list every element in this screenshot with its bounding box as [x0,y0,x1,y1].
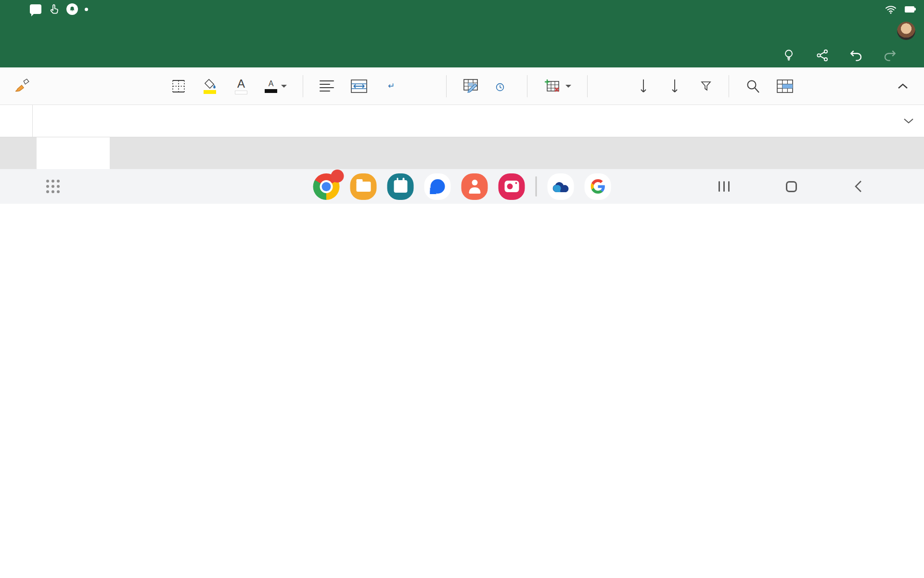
toolbar-separator [729,75,729,97]
ribbon-tab-bar [0,43,924,67]
number-format-button[interactable] [496,75,511,98]
italic-button[interactable] [77,75,92,98]
camera-app-icon[interactable] [499,173,525,200]
highlight-color-swatch [235,91,247,94]
touch-mode-icon [48,3,60,15]
chrome-badge [331,170,344,183]
fx-label [0,105,33,137]
font-color-button[interactable]: A [265,75,287,98]
ribbon-actions [781,43,924,67]
autosum-button[interactable] [603,75,619,98]
underline-button[interactable] [108,75,124,98]
status-right [885,4,914,14]
toolbar-separator [303,75,303,97]
format-painter-button[interactable] [13,75,30,98]
message-alert-icon [30,4,41,14]
borders-button[interactable] [171,75,186,98]
insert-delete-cells-button[interactable] [543,75,571,98]
toolbar-separator [587,75,588,97]
freeze-panes-button[interactable] [776,75,794,98]
app-title-bar [0,18,924,43]
undo-icon[interactable] [848,47,864,64]
merge-cells-button[interactable] [350,75,368,98]
status-left [10,3,88,15]
toolbar-separator [527,75,527,97]
dock [313,173,611,200]
notification-bell-icon [66,3,78,15]
formula-expand-chevron-icon[interactable] [893,117,924,125]
sort-descending-button[interactable] [666,75,681,98]
filter-button[interactable] [697,75,713,98]
wrap-text-button[interactable]: ↵ [384,75,399,98]
status-dot-icon [85,8,88,11]
share-icon[interactable] [814,47,831,64]
android-nav-bar [0,169,924,204]
recents-button[interactable] [715,178,732,195]
files-icon[interactable] [350,173,377,200]
tell-me-lightbulb-icon[interactable] [781,47,797,64]
search-button[interactable] [745,75,760,98]
formula-bar [0,105,924,137]
chrome-icon[interactable] [313,173,340,200]
fill-color-swatch [204,90,216,94]
battery-icon [905,6,914,13]
highlight-color-button[interactable]: A [233,75,249,98]
wifi-icon [885,4,897,14]
fill-color-button[interactable] [202,75,218,98]
dock-separator [536,176,537,197]
strikethrough-button[interactable] [140,75,155,98]
back-button[interactable] [850,178,867,195]
add-sheet-button[interactable] [0,137,37,169]
messages-icon[interactable] [424,173,451,200]
calendar-day [394,180,407,193]
calendar-icon[interactable] [387,173,414,200]
app-drawer-button[interactable] [46,180,60,193]
home-button[interactable] [783,178,800,195]
chevron-down-icon [565,85,571,91]
sort-ascending-button[interactable] [635,75,650,98]
font-color-swatch [265,89,277,93]
alignment-button[interactable] [319,75,334,98]
onedrive-icon[interactable] [548,173,574,200]
redo-icon [882,47,898,64]
formatting-toolbar: A A ↵ [0,67,924,105]
collapse-ribbon-button[interactable] [895,75,911,98]
screen: A A ↵ [0,0,924,578]
nav-buttons [715,178,924,195]
account-area[interactable] [891,22,915,40]
android-status-bar [0,0,924,18]
chevron-down-icon [281,85,287,91]
sheet-tab-bar [0,137,924,169]
avatar[interactable] [897,22,915,40]
text-direction-button[interactable] [415,75,430,98]
google-icon[interactable] [585,173,611,200]
contacts-icon[interactable] [462,173,488,200]
sheet-tab-hoja1[interactable] [37,137,110,169]
cell-styles-button[interactable] [462,75,480,98]
toolbar-separator [446,75,447,97]
bold-button[interactable] [46,75,61,98]
